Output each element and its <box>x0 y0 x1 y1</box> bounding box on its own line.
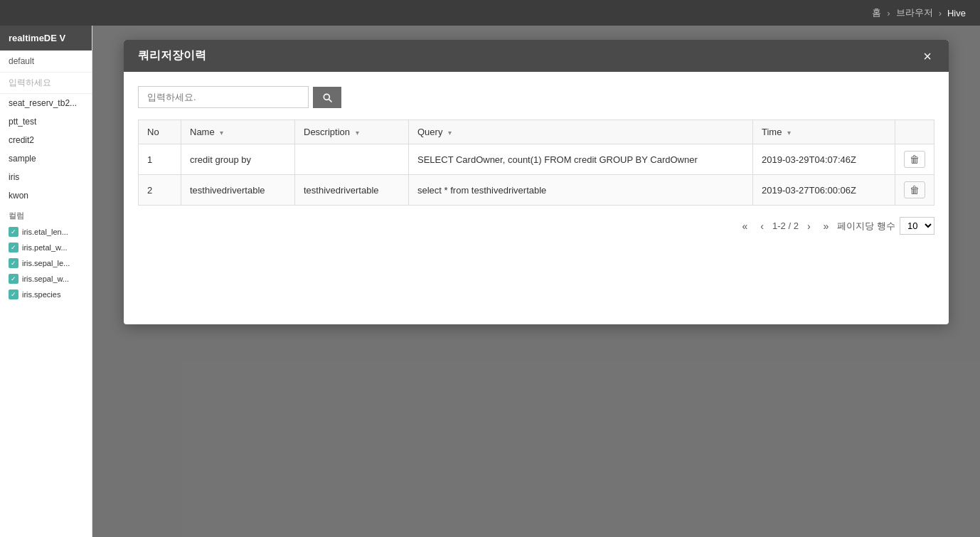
sidebar-item-default[interactable]: default <box>0 50 92 73</box>
table-row: 2 testhivedrivertable testhivedrivertabl… <box>139 175 934 206</box>
cell-action-1: 🗑 <box>895 175 934 206</box>
sort-arrow-query: ▾ <box>448 129 452 137</box>
modal-close-button[interactable]: × <box>920 49 934 63</box>
breadcrumb-sep-1: › <box>887 8 890 18</box>
page-last-button[interactable]: » <box>819 218 833 235</box>
cell-time-0: 2019-03-29T04:07:46Z <box>753 144 895 175</box>
cell-query-0: SELECT CardOwner, count(1) FROM credit G… <box>409 144 753 175</box>
sidebar-search-placeholder[interactable]: 입력하세요 <box>0 73 92 94</box>
breadcrumb-home[interactable]: 홈 <box>872 6 881 19</box>
search-icon <box>321 92 333 103</box>
modal-overlay: 쿼리저장이력 × <box>92 26 980 537</box>
col-header-name[interactable]: Name ▾ <box>181 120 295 144</box>
table-row: 1 credit group by SELECT CardOwner, coun… <box>139 144 934 175</box>
delete-button-1[interactable]: 🗑 <box>904 181 925 198</box>
cell-name-1: testhivedrivertable <box>181 175 295 206</box>
page-first-button[interactable]: « <box>738 218 752 235</box>
main-content: realtimeDE V default 입력하세요 seat_reserv_t… <box>0 26 980 537</box>
column-section-header: 컬럼 <box>0 205 92 224</box>
sidebar-item-ptt[interactable]: ptt_test <box>0 112 92 131</box>
sidebar: realtimeDE V default 입력하세요 seat_reserv_t… <box>0 26 92 537</box>
breadcrumb-sep-2: › <box>939 8 942 18</box>
col-header-query[interactable]: Query ▾ <box>409 120 753 144</box>
page-range: 1-2 / 2 <box>772 220 799 231</box>
checkbox-icon-0[interactable] <box>9 227 18 237</box>
modal-dialog: 쿼리저장이력 × <box>124 40 949 324</box>
sidebar-title: realtimeDE V <box>0 26 92 50</box>
sort-arrow-time: ▾ <box>787 129 791 137</box>
checkbox-icon-1[interactable] <box>9 243 18 252</box>
rows-per-page-select[interactable]: 10 20 50 <box>900 217 934 235</box>
search-bar <box>138 86 934 108</box>
cell-action-0: 🗑 <box>895 144 934 175</box>
page-next-button[interactable]: › <box>803 218 815 235</box>
sidebar-item-iris[interactable]: iris <box>0 168 92 186</box>
rows-per-page-label: 페이지당 행수 <box>837 220 895 233</box>
cell-time-1: 2019-03-27T06:00:06Z <box>753 175 895 206</box>
cell-no-0: 1 <box>139 144 181 175</box>
modal-header: 쿼리저장이력 × <box>124 40 949 72</box>
query-history-table: No Name ▾ Description ▾ <box>138 119 934 206</box>
column-item-4: iris.species <box>0 287 92 302</box>
col-header-description[interactable]: Description ▾ <box>295 120 409 144</box>
checkbox-icon-2[interactable] <box>9 258 18 268</box>
breadcrumb-browser[interactable]: 브라우저 <box>896 6 933 19</box>
column-item-1: iris.petal_w... <box>0 240 92 255</box>
column-item-3: iris.sepal_w... <box>0 271 92 287</box>
col-header-action <box>895 120 934 144</box>
top-bar: 홈 › 브라우저 › Hive <box>0 0 980 26</box>
modal-body: No Name ▾ Description ▾ <box>124 72 949 324</box>
cell-name-0: credit group by <box>181 144 295 175</box>
col-header-no: No <box>139 120 181 144</box>
sidebar-item-seat[interactable]: seat_reserv_tb2... <box>0 94 92 112</box>
modal-title: 쿼리저장이력 <box>138 48 206 63</box>
background-page: 홈 › 브라우저 › Hive realtimeDE V default 입력하… <box>0 0 980 537</box>
sidebar-item-kwon[interactable]: kwon <box>0 186 92 205</box>
right-panel: 쿼리저장이력 × <box>92 26 980 537</box>
sort-arrow-name: ▾ <box>220 129 223 137</box>
search-input[interactable] <box>138 86 309 108</box>
sort-arrow-desc: ▾ <box>356 129 359 137</box>
checkbox-icon-3[interactable] <box>9 274 18 284</box>
page-prev-button[interactable]: ‹ <box>756 218 768 235</box>
cell-no-1: 2 <box>139 175 181 206</box>
sidebar-item-credit2[interactable]: credit2 <box>0 131 92 149</box>
search-button[interactable] <box>313 87 341 108</box>
column-item-0: iris.etal_len... <box>0 224 92 240</box>
cell-query-1: select * from testhivedrivertable <box>409 175 753 206</box>
cell-desc-1: testhivedrivertable <box>295 175 409 206</box>
pagination: « ‹ 1-2 / 2 › » 페이지당 행수 10 <box>138 217 934 235</box>
delete-button-0[interactable]: 🗑 <box>904 151 925 168</box>
sidebar-item-sample[interactable]: sample <box>0 149 92 168</box>
column-item-2: iris.sepal_le... <box>0 255 92 271</box>
checkbox-icon-4[interactable] <box>9 289 18 299</box>
cell-desc-0 <box>295 144 409 175</box>
col-header-time[interactable]: Time ▾ <box>753 120 895 144</box>
breadcrumb-hive[interactable]: Hive <box>947 8 966 18</box>
